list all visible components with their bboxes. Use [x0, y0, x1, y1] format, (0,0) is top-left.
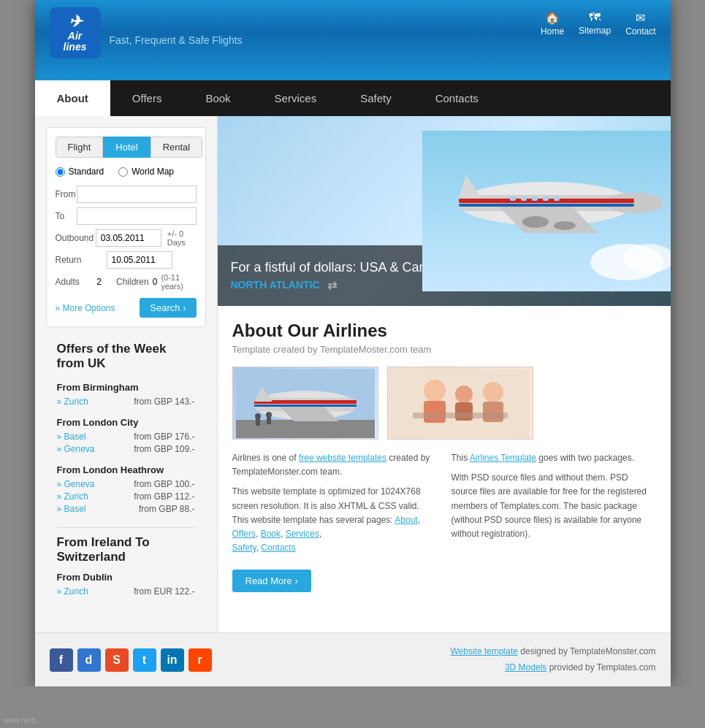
london-city-basel-link[interactable]: Basel [57, 432, 86, 442]
list-item: Zurich from EUR 122.- [57, 586, 195, 597]
more-options-link[interactable]: More Options [56, 303, 115, 313]
safety-link[interactable]: Safety [232, 543, 256, 553]
outbound-date-input[interactable] [96, 229, 161, 247]
linkedin-icon[interactable]: in [161, 648, 184, 672]
book-link[interactable]: Book [261, 529, 281, 539]
offers-ireland-title: From Ireland To Switzerland [57, 527, 195, 564]
footer: f d S t in r Website template designed b… [35, 632, 671, 686]
about-free-templates-link[interactable]: free website templates [299, 453, 386, 463]
radio-standard-input[interactable] [56, 167, 65, 177]
about-col1-text1: Airlines is one of [232, 453, 299, 463]
logo-box: ✈ Air lines [50, 7, 101, 58]
heathrow-zurich-price: from GBP 112.- [134, 491, 194, 502]
sitemap-icon: 🗺 [589, 11, 601, 24]
svg-point-16 [554, 221, 576, 230]
from-input[interactable] [77, 185, 197, 203]
radio-world-map-input[interactable] [118, 167, 128, 177]
outbound-label: Outbound [56, 233, 96, 243]
website-template-link[interactable]: Website template [450, 646, 518, 656]
from-row: From [56, 185, 197, 203]
svg-rect-28 [267, 417, 271, 424]
to-row: To [56, 207, 197, 225]
svg-rect-26 [256, 418, 260, 426]
return-row: Return [56, 251, 197, 269]
radio-world-map[interactable]: World Map [118, 166, 174, 177]
birmingham-title: From Birmingham [57, 382, 195, 393]
main-navigation: About Offers Book Services Safety Contac… [35, 80, 671, 116]
offers-birmingham: From Birmingham Zurich from GBP 143.- [57, 382, 195, 407]
nav-contacts[interactable]: Contacts [414, 80, 500, 116]
svg-rect-9 [459, 204, 634, 207]
about-columns: Airlines is one of free website template… [232, 451, 656, 561]
stumbleupon-icon[interactable]: S [105, 648, 129, 672]
logo-air: Air [68, 30, 82, 42]
heathrow-zurich-link[interactable]: Zurich [57, 491, 88, 502]
3d-models-link[interactable]: 3D Models [505, 662, 546, 673]
services-link[interactable]: Services [286, 529, 319, 539]
heathrow-basel-price: from GBP 88.- [139, 504, 194, 514]
hero-text: For a fistful of dollars: USA & Canada N… [231, 260, 449, 292]
tab-rental[interactable]: Rental [150, 137, 203, 158]
children-label: Children [116, 277, 149, 287]
london-city-geneva-link[interactable]: Geneva [57, 444, 95, 454]
nav-services[interactable]: Services [253, 80, 339, 116]
footer-credits: Website template designed by TemplateMon… [450, 644, 655, 675]
nav-book[interactable]: Book [183, 80, 252, 116]
nav-home-link[interactable]: 🏠 Home [541, 11, 564, 37]
london-city-title: From London City [57, 417, 195, 428]
airlines-template-link[interactable]: Airlines Template [470, 453, 536, 463]
nav-sitemap-label: Sitemap [579, 26, 611, 36]
radio-standard-label: Standard [69, 166, 104, 177]
contacts-link[interactable]: Contacts [261, 543, 295, 553]
dublin-zurich-price: from EUR 122.- [134, 586, 194, 597]
route-icon: ⇄ [327, 278, 337, 292]
search-button[interactable]: Search [140, 298, 196, 318]
nav-about[interactable]: About [35, 80, 110, 116]
dublin-title: From Dublin [57, 572, 195, 583]
offers-link[interactable]: Offers [232, 529, 256, 539]
nav-safety[interactable]: Safety [338, 80, 414, 116]
logo-lines: lines [64, 41, 87, 53]
social-icons: f d S t in r [50, 648, 212, 672]
children-note: (0-11 years) [161, 273, 196, 291]
facebook-icon[interactable]: f [50, 648, 73, 672]
read-more-button[interactable]: Read More [232, 570, 311, 592]
svg-point-32 [455, 386, 473, 403]
left-panel: Flight Hotel Rental Standard World Map [35, 116, 218, 632]
list-item: Geneva from GBP 109.- [57, 444, 195, 454]
delicious-icon[interactable]: d [77, 648, 101, 672]
booking-footer: More Options Search [56, 298, 197, 318]
dublin-zurich-link[interactable]: Zurich [57, 586, 88, 597]
twitter-icon[interactable]: t [133, 648, 156, 672]
heathrow-basel-link[interactable]: Basel [57, 504, 86, 514]
nav-offers[interactable]: Offers [110, 80, 184, 116]
london-city-geneva-price: from GBP 109.- [134, 444, 194, 454]
nav-sitemap-link[interactable]: 🗺 Sitemap [579, 11, 611, 37]
reddit-icon[interactable]: r [188, 648, 212, 672]
offers-uk-section: Offers of the Week from UK From Birmingh… [46, 327, 206, 621]
hero-plane-image [422, 131, 671, 291]
booking-tabs: Flight Hotel Rental [56, 137, 197, 158]
booking-box: Flight Hotel Rental Standard World Map [46, 127, 206, 327]
about-image-plane [232, 367, 378, 440]
tab-flight[interactable]: Flight [56, 137, 104, 158]
about-link[interactable]: About [395, 515, 417, 525]
from-label: From [56, 189, 77, 199]
adults-row: Adults 2 Children 0 (0-11 years) [56, 273, 197, 291]
radio-standard[interactable]: Standard [56, 166, 104, 177]
tagline: Fast, Frequent & Safe Flights [110, 34, 243, 46]
list-item: Zurich from GBP 112.- [57, 491, 195, 502]
heathrow-geneva-link[interactable]: Geneva [57, 479, 95, 489]
birmingham-zurich-link[interactable]: Zurich [57, 396, 88, 407]
return-date-input[interactable] [107, 251, 172, 269]
about-col-left: Airlines is one of free website template… [232, 451, 437, 561]
nav-contact-link[interactable]: ✉ Contact [625, 11, 655, 37]
to-input[interactable] [77, 207, 197, 225]
nav-home-label: Home [541, 26, 564, 37]
return-label: Return [56, 255, 107, 265]
hero-banner: For a fistful of dollars: USA & Canada N… [218, 116, 671, 306]
birmingham-zurich-price: from GBP 143.- [134, 396, 194, 407]
svg-rect-10 [510, 196, 516, 201]
london-heathrow-title: From London Heathrow [57, 464, 195, 475]
tab-hotel[interactable]: Hotel [103, 137, 150, 158]
